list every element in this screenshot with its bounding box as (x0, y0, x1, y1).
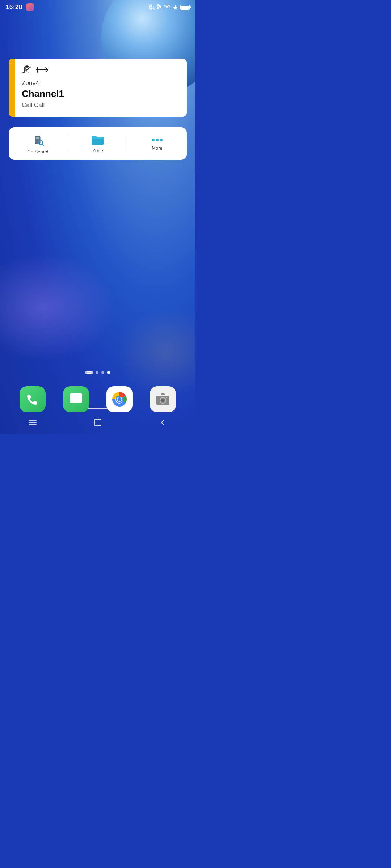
wifi-icon (164, 5, 170, 10)
svg-point-0 (167, 9, 167, 9)
indicator-page-2 (101, 371, 104, 374)
widget-item-more[interactable]: More (127, 137, 187, 151)
card-channel: Channel1 (22, 88, 180, 99)
battery-fill (181, 6, 189, 9)
indicator-line-1 (87, 371, 92, 372)
indicator-apps (85, 371, 93, 374)
status-left: 16:28 (6, 3, 34, 11)
card-call: Call Call (22, 102, 180, 109)
widget-bar: Ch Search Zone More (9, 127, 187, 160)
dock-app-camera[interactable] (150, 386, 176, 412)
camera-icon (156, 393, 170, 406)
widget-item-ch-search[interactable]: Ch Search (9, 133, 68, 154)
phone-icon (26, 393, 39, 406)
status-bar: 16:28 (0, 0, 196, 14)
svg-rect-19 (70, 393, 82, 403)
card-accent (9, 59, 15, 117)
svg-point-27 (161, 399, 165, 402)
dock-app-messages[interactable] (63, 386, 89, 412)
dock-app-phone[interactable] (20, 386, 46, 412)
nav-home-button[interactable] (91, 415, 105, 430)
mute-icon (148, 4, 155, 10)
messages-icon (69, 393, 83, 406)
expand-icon (36, 66, 48, 74)
dock (0, 386, 196, 412)
svg-point-11 (37, 140, 38, 141)
card-zone: Zone4 (22, 80, 180, 87)
notification-card: Zone4 Channel1 Call Call (9, 59, 187, 117)
nav-bar (0, 413, 196, 434)
indicator-page-3-active (107, 371, 110, 374)
svg-point-28 (166, 397, 167, 398)
status-app-icon (26, 3, 34, 11)
indicator-line-3 (87, 373, 92, 374)
dock-app-chrome[interactable] (106, 386, 133, 412)
svg-rect-9 (36, 137, 39, 139)
nav-back-button[interactable] (156, 415, 170, 430)
back-chevron-icon (159, 418, 167, 426)
svg-point-24 (118, 397, 122, 401)
widget-label-ch-search: Ch Search (27, 149, 49, 154)
ch-search-icon (31, 133, 45, 147)
widget-label-zone: Zone (92, 148, 103, 153)
chrome-icon (112, 391, 127, 407)
widget-label-more: More (152, 145, 163, 151)
status-right (148, 4, 190, 10)
recents-icon (28, 419, 37, 426)
svg-point-15 (38, 140, 43, 145)
svg-point-16 (152, 139, 155, 141)
card-content: Zone4 Channel1 Call Call (15, 59, 187, 117)
indicator-page-1 (96, 371, 98, 374)
bluetooth-icon (157, 4, 161, 10)
card-icons (22, 65, 180, 75)
walkie-talkie-icon (22, 65, 33, 75)
svg-rect-32 (94, 419, 101, 426)
status-time: 16:28 (6, 4, 22, 11)
battery-icon (180, 5, 190, 10)
nav-recents-button[interactable] (25, 415, 40, 430)
zone-folder-icon (91, 134, 105, 146)
home-square-icon (94, 418, 102, 426)
airplane-icon (172, 4, 178, 10)
indicator-line-2 (87, 373, 92, 373)
svg-point-18 (160, 139, 163, 141)
svg-line-14 (42, 144, 43, 145)
page-indicators (0, 371, 196, 374)
more-dots-icon (150, 137, 164, 143)
widget-item-zone[interactable]: Zone (68, 134, 127, 153)
svg-point-17 (156, 139, 159, 141)
